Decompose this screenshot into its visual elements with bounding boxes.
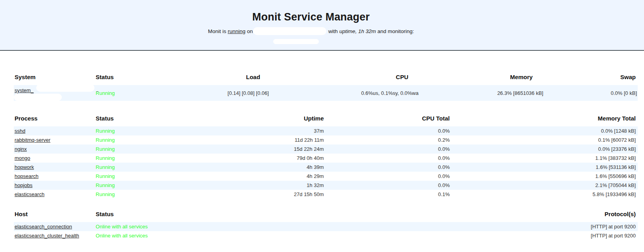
process-link[interactable]: mongo <box>15 155 30 161</box>
process-status: Running <box>95 172 163 181</box>
process-row: elasticsearch Running 27d 15h 50m 0.1% 5… <box>14 190 638 199</box>
system-header-row: System Status Load CPU Memory Swap <box>14 70 638 85</box>
status-with: with <box>328 28 338 34</box>
process-uptime: 4h 39m <box>163 163 326 172</box>
host-row: elasticsearch_connection Online with all… <box>14 222 638 231</box>
col-protocols: Protocol(s) <box>163 207 638 222</box>
process-table: Process Status Uptime CPU Total Memory T… <box>14 111 638 199</box>
page-title: Monit Service Manager <box>0 0 622 23</box>
process-memory: 0.1% [60072 kB] <box>450 135 638 145</box>
process-uptime: 4h 29m <box>163 172 326 181</box>
process-memory: 1.1% [383732 kB] <box>450 154 638 163</box>
host-status: Online with all services <box>95 231 163 240</box>
process-row: sshd Running 37m 0.0% 0.0% [1248 kB] <box>14 126 638 135</box>
col-host: Host <box>14 207 95 222</box>
status-on: on <box>247 28 253 34</box>
process-cpu: 0.0% <box>326 126 450 135</box>
process-status: Running <box>95 126 163 135</box>
col-cpu-total: CPU Total <box>326 111 450 126</box>
process-cpu: 0.0% <box>326 154 450 163</box>
status-prefix: Monit is <box>208 28 226 34</box>
main-content: System Status Load CPU Memory Swap syste… <box>14 70 638 240</box>
system-memory: 26.3% [8651036 kB] <box>419 85 544 101</box>
col-status: Status <box>95 70 163 85</box>
process-memory: 1.6% [550696 kB] <box>450 172 638 181</box>
uptime-value: uptime, 1h 32m <box>339 28 376 34</box>
system-swap: 0.0% [0 kB] <box>544 85 638 101</box>
process-row: nginx Running 15d 22h 24m 0.0% 0.0% [233… <box>14 145 638 154</box>
process-memory: 0.0% [1248 kB] <box>450 126 638 135</box>
process-row: rabbitmq-server Running 11d 22h 11m 0.2%… <box>14 135 638 145</box>
process-uptime: 37m <box>163 126 326 135</box>
process-row: hopjobs Running 1h 32m 0.0% 2.1% [705044… <box>14 181 638 190</box>
col-memory-total: Memory Total <box>450 111 638 126</box>
host-status: Online with all services <box>95 222 163 231</box>
host-header-row: Host Status Protocol(s) <box>14 207 638 222</box>
system-table: System Status Load CPU Memory Swap syste… <box>14 70 638 101</box>
process-status: Running <box>95 135 163 145</box>
status-suffix: and monitoring: <box>378 28 414 34</box>
system-cpu: 0.6%us, 0.1%sy, 0.0%wa <box>270 85 419 101</box>
system-name-suffix: - <box>96 88 98 94</box>
col-memory: Memory <box>419 70 544 85</box>
process-uptime: 1h 32m <box>163 181 326 190</box>
process-memory: 2.1% [705044 kB] <box>450 181 638 190</box>
col-swap: Swap <box>544 70 638 85</box>
process-memory: 5.8% [1933496 kB] <box>450 190 638 199</box>
process-row: mongo Running 79d 0h 40m 0.0% 1.1% [3837… <box>14 154 638 163</box>
process-cpu: 0.0% <box>326 145 450 154</box>
process-link[interactable]: elasticsearch <box>15 191 44 197</box>
host-link[interactable]: elasticsearch_connection <box>15 224 72 230</box>
process-link[interactable]: hopwork <box>15 164 34 170</box>
host-link[interactable]: elasticsearch_cluster_health <box>15 233 79 239</box>
process-status: Running <box>95 154 163 163</box>
process-row: hopsearch Running 4h 29m 0.0% 1.6% [5506… <box>14 172 638 181</box>
process-link[interactable]: hopsearch <box>15 173 39 179</box>
col-process: Process <box>14 111 95 126</box>
col-cpu: CPU <box>270 70 419 85</box>
system-load: [0.14] [0.08] [0.06] <box>163 85 269 101</box>
redacted-hostname-line2 <box>273 39 319 44</box>
process-cpu: 0.2% <box>326 135 450 145</box>
process-header-row: Process Status Uptime CPU Total Memory T… <box>14 111 638 126</box>
process-status: Running <box>95 145 163 154</box>
process-link[interactable]: hopjobs <box>15 182 33 188</box>
monit-status-line: Monit is running on with uptime, 1h 32m … <box>0 28 622 34</box>
process-memory: 0.0% [23376 kB] <box>450 145 638 154</box>
col-uptime: Uptime <box>163 111 326 126</box>
header-band: Monit Service Manager Monit is running o… <box>0 0 644 51</box>
system-status: Running <box>95 85 163 101</box>
redacted-system-name <box>36 84 94 92</box>
col-status: Status <box>95 111 163 126</box>
redacted-hostname <box>253 27 326 35</box>
process-status: Running <box>95 181 163 190</box>
system-name-cell: system_ - <box>14 85 95 101</box>
process-cpu: 0.0% <box>326 163 450 172</box>
process-link[interactable]: nginx <box>15 146 27 152</box>
process-uptime: 27d 15h 50m <box>163 190 326 199</box>
host-row: elasticsearch_cluster_health Online with… <box>14 231 638 240</box>
process-status: Running <box>95 190 163 199</box>
process-row: hopwork Running 4h 39m 0.0% 1.6% [531136… <box>14 163 638 172</box>
process-uptime: 15d 22h 24m <box>163 145 326 154</box>
host-protocol: [HTTP] at port 9200 <box>163 231 638 240</box>
col-load: Load <box>163 70 269 85</box>
process-uptime: 11d 22h 11m <box>163 135 326 145</box>
system-row: system_ - Running [0.14] [0.08] [0.06] 0… <box>14 85 638 101</box>
col-system: System <box>14 70 95 85</box>
process-cpu: 0.1% <box>326 190 450 199</box>
process-memory: 1.6% [531136 kB] <box>450 163 638 172</box>
running-link[interactable]: running <box>228 28 246 34</box>
process-cpu: 0.0% <box>326 181 450 190</box>
process-link[interactable]: rabbitmq-server <box>15 137 50 143</box>
host-protocol: [HTTP] at port 9200 <box>163 222 638 231</box>
host-table: Host Status Protocol(s) elasticsearch_co… <box>14 207 638 240</box>
system-name-link[interactable]: system_ <box>15 87 33 93</box>
process-cpu: 0.0% <box>326 172 450 181</box>
redacted-system-name-line2 <box>14 94 62 101</box>
process-uptime: 79d 0h 40m <box>163 154 326 163</box>
col-status: Status <box>95 207 163 222</box>
process-link[interactable]: sshd <box>15 128 25 134</box>
process-status: Running <box>95 163 163 172</box>
